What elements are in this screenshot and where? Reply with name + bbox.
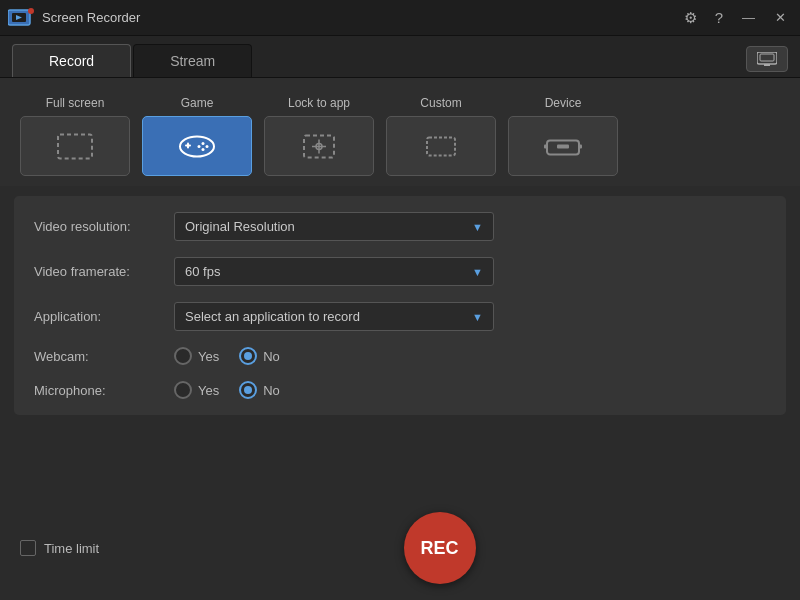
- video-resolution-row: Video resolution: Original Resolution ▼: [34, 212, 766, 241]
- tabs-bar: Record Stream: [0, 36, 800, 78]
- svg-rect-21: [544, 144, 547, 148]
- microphone-no-option[interactable]: No: [239, 381, 280, 399]
- webcam-no-label: No: [263, 349, 280, 364]
- microphone-yes-label: Yes: [198, 383, 219, 398]
- svg-point-11: [202, 142, 205, 145]
- time-limit-label: Time limit: [44, 541, 99, 556]
- time-limit-section: Time limit: [20, 540, 99, 556]
- microphone-no-radio[interactable]: [239, 381, 257, 399]
- application-control: Select an application to record ▼: [174, 302, 766, 331]
- microphone-control: Yes No: [174, 381, 766, 399]
- title-bar: Screen Recorder ⚙ ? — ✕: [0, 0, 800, 36]
- webcam-yes-label: Yes: [198, 349, 219, 364]
- webcam-yes-radio[interactable]: [174, 347, 192, 365]
- close-icon[interactable]: ✕: [769, 8, 792, 27]
- mode-bar: Full screen Game Lock to app: [0, 78, 800, 186]
- mode-device-btn[interactable]: [508, 116, 618, 176]
- custom-icon: [421, 129, 461, 164]
- tab-stream[interactable]: Stream: [133, 44, 252, 77]
- microphone-radio-group: Yes No: [174, 381, 766, 399]
- video-framerate-select[interactable]: 60 fps ▼: [174, 257, 494, 286]
- microphone-no-label: No: [263, 383, 280, 398]
- chevron-down-icon: ▼: [472, 266, 483, 278]
- monitor-icon: [757, 52, 777, 66]
- chevron-down-icon: ▼: [472, 221, 483, 233]
- minimize-icon[interactable]: —: [736, 8, 761, 27]
- tab-record[interactable]: Record: [12, 44, 131, 77]
- mode-custom-btn[interactable]: [386, 116, 496, 176]
- svg-point-12: [206, 145, 209, 148]
- window-title: Screen Recorder: [42, 10, 679, 25]
- settings-panel: Video resolution: Original Resolution ▼ …: [14, 196, 786, 415]
- video-framerate-control: 60 fps ▼: [174, 257, 766, 286]
- mode-fullscreen[interactable]: Full screen: [20, 96, 130, 176]
- mode-device-label: Device: [545, 96, 582, 110]
- microphone-row: Microphone: Yes No: [34, 381, 766, 399]
- webcam-yes-option[interactable]: Yes: [174, 347, 219, 365]
- device-icon: [543, 129, 583, 164]
- settings-icon[interactable]: ⚙: [679, 7, 702, 29]
- app-logo-icon: [8, 8, 34, 28]
- mode-custom[interactable]: Custom: [386, 96, 496, 176]
- webcam-row: Webcam: Yes No: [34, 347, 766, 365]
- svg-rect-5: [760, 54, 774, 61]
- mode-fullscreen-label: Full screen: [46, 96, 105, 110]
- svg-rect-7: [58, 134, 92, 158]
- fullscreen-icon: [55, 129, 95, 164]
- webcam-radio-group: Yes No: [174, 347, 766, 365]
- video-framerate-value: 60 fps: [185, 264, 220, 279]
- time-limit-checkbox[interactable]: [20, 540, 36, 556]
- mode-locktoapp[interactable]: Lock to app: [264, 96, 374, 176]
- application-value: Select an application to record: [185, 309, 360, 324]
- microphone-label: Microphone:: [34, 383, 174, 398]
- mode-locktoapp-btn[interactable]: [264, 116, 374, 176]
- application-label: Application:: [34, 309, 174, 324]
- mode-device[interactable]: Device: [508, 96, 618, 176]
- video-resolution-value: Original Resolution: [185, 219, 295, 234]
- microphone-yes-radio[interactable]: [174, 381, 192, 399]
- webcam-control: Yes No: [174, 347, 766, 365]
- video-framerate-row: Video framerate: 60 fps ▼: [34, 257, 766, 286]
- svg-rect-6: [764, 64, 770, 66]
- video-resolution-control: Original Resolution ▼: [174, 212, 766, 241]
- svg-point-14: [198, 145, 201, 148]
- video-resolution-label: Video resolution:: [34, 219, 174, 234]
- rec-button[interactable]: REC: [404, 512, 476, 584]
- svg-rect-22: [579, 144, 582, 148]
- locktoapp-icon: [299, 129, 339, 164]
- mode-fullscreen-btn[interactable]: [20, 116, 130, 176]
- stream-mode-button[interactable]: [746, 46, 788, 72]
- bottom-bar: Time limit REC: [0, 496, 800, 600]
- svg-rect-19: [427, 137, 455, 155]
- svg-point-8: [180, 136, 214, 156]
- video-resolution-select[interactable]: Original Resolution ▼: [174, 212, 494, 241]
- mode-game-btn[interactable]: [142, 116, 252, 176]
- application-row: Application: Select an application to re…: [34, 302, 766, 331]
- video-framerate-label: Video framerate:: [34, 264, 174, 279]
- mode-game[interactable]: Game: [142, 96, 252, 176]
- svg-point-13: [202, 148, 205, 151]
- window-controls: ⚙ ? — ✕: [679, 7, 792, 29]
- webcam-no-option[interactable]: No: [239, 347, 280, 365]
- svg-rect-23: [557, 144, 569, 148]
- chevron-down-icon: ▼: [472, 311, 483, 323]
- application-select[interactable]: Select an application to record ▼: [174, 302, 494, 331]
- webcam-no-radio[interactable]: [239, 347, 257, 365]
- svg-rect-10: [187, 142, 189, 148]
- mode-game-label: Game: [181, 96, 214, 110]
- microphone-yes-option[interactable]: Yes: [174, 381, 219, 399]
- gamepad-icon: [177, 129, 217, 164]
- svg-point-1: [28, 8, 34, 14]
- help-icon[interactable]: ?: [710, 7, 728, 28]
- mode-custom-label: Custom: [420, 96, 461, 110]
- webcam-label: Webcam:: [34, 349, 174, 364]
- mode-locktoapp-label: Lock to app: [288, 96, 350, 110]
